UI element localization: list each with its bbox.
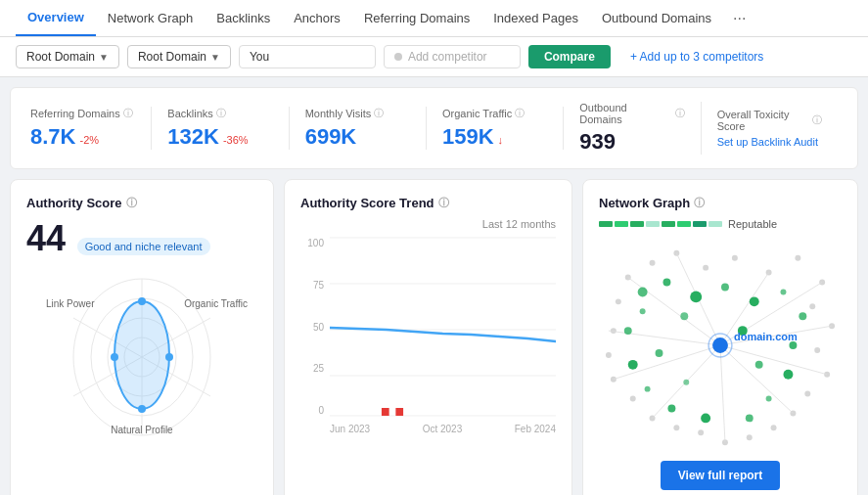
svg-point-43 bbox=[616, 298, 621, 304]
svg-point-31 bbox=[804, 391, 810, 397]
svg-point-56 bbox=[662, 279, 670, 287]
root-domain-dropdown-2[interactable]: Root Domain ▼ bbox=[127, 45, 231, 68]
svg-rect-18 bbox=[395, 408, 403, 416]
svg-point-24 bbox=[766, 270, 772, 276]
x-label-jun: Jun 2023 bbox=[330, 424, 370, 434]
network-info-icon[interactable]: ⓘ bbox=[694, 196, 705, 210]
nav-more-button[interactable]: ··· bbox=[723, 10, 755, 27]
stat-outbound-domains: Outbound Domains ⓘ 939 bbox=[564, 102, 701, 155]
add-competitors-link[interactable]: + Add up to 3 competitors bbox=[626, 50, 763, 64]
svg-point-57 bbox=[690, 291, 702, 302]
stat-organic-traffic: Organic Traffic ⓘ 159K ↓ bbox=[427, 107, 564, 150]
trend-chart: 100 75 50 25 0 bbox=[300, 234, 556, 420]
svg-point-63 bbox=[783, 370, 793, 380]
nav-item-backlinks[interactable]: Backlinks bbox=[205, 1, 282, 36]
svg-point-23 bbox=[732, 255, 738, 261]
svg-point-70 bbox=[624, 327, 632, 335]
svg-point-22 bbox=[703, 265, 708, 271]
stats-bar: Referring Domains ⓘ 8.7K-2% Backlinks ⓘ … bbox=[10, 87, 858, 169]
authority-info-icon[interactable]: ⓘ bbox=[126, 196, 137, 210]
svg-point-36 bbox=[698, 429, 704, 435]
x-label-feb: Feb 2024 bbox=[515, 424, 556, 434]
nav-item-outbound-domains[interactable]: Outbound Domains bbox=[590, 1, 723, 36]
nav-item-network-graph[interactable]: Network Graph bbox=[96, 1, 205, 36]
x-axis: Jun 2023 Oct 2023 Feb 2024 bbox=[330, 424, 556, 434]
legend-bar bbox=[599, 221, 722, 227]
organic-traffic-label: Organic Traffic bbox=[184, 298, 248, 309]
dropdown-arrow-2: ▼ bbox=[210, 52, 220, 63]
competitor-input[interactable]: Add competitor bbox=[384, 45, 521, 68]
radar-svg bbox=[44, 269, 240, 445]
view-full-report-button[interactable]: View full report bbox=[661, 461, 780, 490]
legend-seg-2 bbox=[615, 221, 628, 227]
authority-score-card: Authority Score ⓘ 44 Good and niche rele… bbox=[10, 179, 274, 495]
y-axis: 100 75 50 25 0 bbox=[300, 234, 324, 420]
stat-info-icon-3[interactable]: ⓘ bbox=[515, 107, 525, 120]
compare-button[interactable]: Compare bbox=[528, 45, 611, 68]
legend-label: Reputable bbox=[728, 218, 777, 230]
y-label-25: 25 bbox=[300, 363, 324, 374]
svg-point-68 bbox=[645, 386, 651, 392]
x-label-oct: Oct 2023 bbox=[423, 424, 463, 434]
stat-toxicity-score: Overall Toxicity Score ⓘ Set up Backlink… bbox=[702, 109, 838, 148]
svg-point-62 bbox=[789, 341, 797, 349]
nav-item-anchors[interactable]: Anchors bbox=[282, 1, 352, 36]
y-label-100: 100 bbox=[300, 238, 324, 248]
svg-point-58 bbox=[721, 284, 729, 292]
filter-bar: Root Domain ▼ Root Domain ▼ You Add comp… bbox=[0, 37, 868, 77]
svg-point-27 bbox=[809, 303, 815, 309]
legend-seg-1 bbox=[599, 221, 613, 227]
legend-seg-6 bbox=[677, 221, 691, 227]
legend-seg-3 bbox=[630, 221, 644, 227]
svg-point-67 bbox=[667, 405, 675, 413]
trend-info-icon[interactable]: ⓘ bbox=[438, 196, 449, 210]
stat-info-icon-2[interactable]: ⓘ bbox=[374, 107, 384, 120]
svg-point-65 bbox=[746, 414, 754, 422]
legend-seg-7 bbox=[693, 221, 707, 227]
svg-point-66 bbox=[701, 413, 710, 423]
svg-point-34 bbox=[747, 434, 753, 440]
nav-item-indexed-pages[interactable]: Indexed Pages bbox=[481, 1, 590, 36]
legend-seg-5 bbox=[662, 221, 675, 227]
stat-backlinks: Backlinks ⓘ 132K-36% bbox=[152, 107, 289, 150]
authority-score-value: 44 bbox=[26, 218, 66, 259]
you-input[interactable]: You bbox=[239, 45, 376, 68]
nav-item-referring-domains[interactable]: Referring Domains bbox=[352, 1, 481, 36]
network-domain-label: domain.com bbox=[734, 331, 798, 342]
svg-point-72 bbox=[680, 312, 688, 320]
svg-point-75 bbox=[683, 380, 689, 385]
svg-point-37 bbox=[673, 425, 679, 430]
trend-period: Last 12 months bbox=[300, 218, 556, 230]
svg-point-71 bbox=[640, 308, 646, 314]
svg-rect-17 bbox=[382, 408, 389, 416]
stat-info-icon-4[interactable]: ⓘ bbox=[675, 107, 685, 120]
nav-item-overview[interactable]: Overview bbox=[16, 1, 96, 36]
legend-seg-8 bbox=[708, 221, 722, 227]
svg-point-9 bbox=[111, 353, 118, 361]
radar-chart: Link Power Organic Traffic Natural Profi… bbox=[26, 269, 257, 445]
svg-point-61 bbox=[799, 312, 806, 320]
svg-line-51 bbox=[720, 345, 725, 442]
authority-score-badge: Good and niche relevant bbox=[77, 238, 210, 255]
dropdown-arrow-1: ▼ bbox=[99, 52, 109, 63]
svg-point-7 bbox=[114, 301, 169, 409]
stat-info-icon-0[interactable]: ⓘ bbox=[123, 107, 133, 120]
stat-monthly-visits: Monthly Visits ⓘ 699K bbox=[290, 107, 427, 150]
stat-info-icon-1[interactable]: ⓘ bbox=[216, 107, 226, 120]
natural-profile-label: Natural Profile bbox=[111, 425, 172, 435]
cards-row: Authority Score ⓘ 44 Good and niche rele… bbox=[0, 169, 868, 495]
svg-point-64 bbox=[766, 396, 772, 402]
setup-backlink-audit-link[interactable]: Set up Backlink Audit bbox=[717, 136, 822, 148]
trend-card: Authority Score Trend ⓘ Last 12 months 1… bbox=[284, 179, 572, 495]
y-label-0: 0 bbox=[300, 405, 324, 416]
network-legend: Reputable bbox=[599, 218, 842, 230]
svg-point-41 bbox=[606, 352, 612, 358]
svg-point-74 bbox=[755, 361, 763, 369]
network-graph-card: Network Graph ⓘ Reputable bbox=[582, 179, 858, 495]
link-power-label: Link Power bbox=[46, 298, 94, 309]
stat-info-icon-5[interactable]: ⓘ bbox=[812, 113, 822, 127]
y-label-75: 75 bbox=[300, 280, 324, 291]
svg-point-25 bbox=[795, 255, 800, 261]
root-domain-dropdown-1[interactable]: Root Domain ▼ bbox=[16, 45, 119, 68]
svg-point-29 bbox=[814, 347, 820, 353]
